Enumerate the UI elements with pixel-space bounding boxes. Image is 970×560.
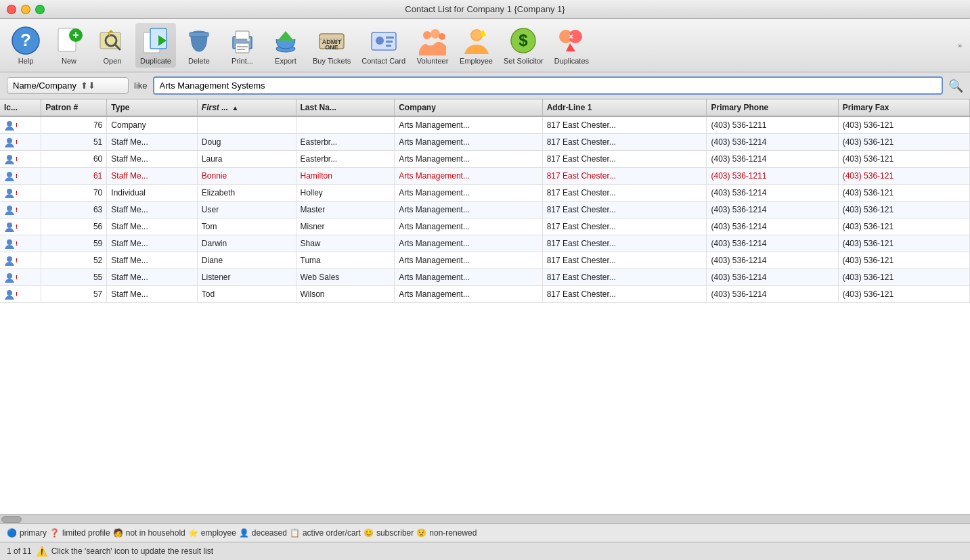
svg-text:?: ? [20, 30, 31, 50]
table-row[interactable]: ! 61 Staff Me... Bonnie Hamilton Arts Ma… [0, 168, 970, 185]
duplicates-button[interactable]: ✕ Duplicates [550, 23, 593, 68]
title-bar: Contact List for Company 1 {Company 1} [0, 0, 970, 19]
employee-label: Employee [460, 57, 493, 65]
buy-tickets-button[interactable]: ADMIT ONE Buy Tickets [309, 23, 355, 68]
table-row[interactable]: ! 51 Staff Me... Doug Easterbr... Arts M… [0, 134, 970, 151]
export-icon [271, 26, 301, 55]
legend-primary-icon: 🔵 [7, 528, 17, 538]
cell-phone: (403) 536-1214 [707, 202, 838, 218]
cell-icon: ! [0, 218, 41, 235]
table-row[interactable]: ! 59 Staff Me... Darwin Shaw Arts Manage… [0, 235, 970, 252]
cell-fax: (403) 536-121 [838, 151, 969, 168]
legend: 🔵 primary ❓ limited profile 🧑 not in hou… [0, 523, 970, 542]
svg-text:$: $ [519, 31, 529, 49]
svg-marker-9 [108, 30, 114, 32]
delete-icon [184, 26, 214, 55]
cell-patron: 76 [41, 116, 107, 134]
col-icon[interactable]: Ic... [0, 99, 41, 116]
table-row[interactable]: ! 76 Company Arts Management... 817 East… [0, 116, 970, 134]
toolbar-more-chevron[interactable]: » [958, 41, 965, 49]
print-button[interactable]: Print... [222, 23, 263, 68]
col-last[interactable]: Last Na... [296, 99, 395, 116]
svg-rect-14 [190, 32, 208, 37]
cell-first: User [197, 202, 296, 218]
set-solicitor-label: Set Solicitor [504, 57, 544, 65]
table-row[interactable]: ! 63 Staff Me... User Master Arts Manage… [0, 202, 970, 218]
cell-type: Staff Me... [107, 218, 198, 235]
cell-fax: (403) 536-121 [838, 134, 969, 151]
cell-last: Easterbr... [296, 151, 395, 168]
svg-point-48 [7, 206, 12, 211]
cell-company: Arts Management... [395, 252, 543, 269]
minimize-button[interactable] [21, 5, 30, 14]
buy-tickets-icon: ADMIT ONE [317, 26, 347, 55]
help-button[interactable]: ? Help [5, 23, 46, 68]
cell-patron: 59 [41, 235, 107, 252]
col-type[interactable]: Type [107, 99, 198, 116]
svg-point-52 [7, 273, 12, 279]
operator-label: like [134, 80, 148, 91]
cell-addr: 817 East Chester... [542, 218, 707, 235]
col-first[interactable]: First ... ▲ [197, 99, 296, 116]
set-solicitor-button[interactable]: $ Set Solicitor [500, 23, 548, 68]
legend-employee-label: employee [201, 528, 236, 538]
cell-addr: 817 East Chester... [542, 134, 707, 151]
search-input[interactable] [153, 76, 943, 95]
delete-button[interactable]: Delete [179, 23, 219, 68]
cell-patron: 56 [41, 218, 107, 235]
table-row[interactable]: ! 57 Staff Me... Tod Wilson Arts Managem… [0, 286, 970, 303]
cell-company: Arts Management... [395, 202, 543, 218]
print-label: Print... [232, 57, 253, 65]
employee-button[interactable]: Employee [456, 23, 497, 68]
svg-rect-30 [386, 41, 393, 43]
col-phone[interactable]: Primary Phone [707, 99, 838, 116]
legend-nothousehold-label: not in household [126, 528, 185, 538]
export-label: Export [275, 57, 296, 65]
search-bar: Name/Company ⬆⬇ like 🔍 [0, 72, 970, 99]
cell-patron: 57 [41, 286, 107, 303]
cell-phone: (403) 536-1214 [707, 185, 838, 202]
cell-patron: 63 [41, 202, 107, 218]
cell-phone: (403) 536-1214 [707, 252, 838, 269]
duplicate-button[interactable]: Duplicate [135, 23, 176, 68]
table-row[interactable]: ! 56 Staff Me... Tom Misner Arts Managem… [0, 218, 970, 235]
table-row[interactable]: ! 55 Staff Me... Listener Web Sales Arts… [0, 269, 970, 286]
cell-patron: 70 [41, 185, 107, 202]
table-row[interactable]: ! 60 Staff Me... Laura Easterbr... Arts … [0, 151, 970, 168]
table-row[interactable]: ! 52 Staff Me... Diane Tuma Arts Managem… [0, 252, 970, 269]
cell-fax: (403) 536-121 [838, 269, 969, 286]
col-company[interactable]: Company [395, 99, 543, 116]
search-button[interactable]: 🔍 [948, 78, 963, 93]
cell-icon: ! [0, 185, 41, 202]
col-fax[interactable]: Primary Fax [838, 99, 969, 116]
filter-field-label: Name/Company [13, 80, 76, 91]
col-patron[interactable]: Patron # [41, 99, 107, 116]
legend-nonrenewed-icon: 😟 [416, 528, 426, 538]
volunteer-button[interactable]: Volunteer [412, 23, 453, 68]
cell-first [197, 116, 296, 134]
maximize-button[interactable] [35, 5, 45, 14]
table-row[interactable]: ! 70 Individual Elizabeth Holley Arts Ma… [0, 185, 970, 202]
export-button[interactable]: Export [265, 23, 306, 68]
filter-field-dropdown[interactable]: Name/Company ⬆⬇ [7, 77, 129, 94]
svg-point-43 [7, 121, 12, 126]
svg-point-28 [376, 37, 384, 45]
legend-limited-icon: ❓ [49, 528, 60, 538]
cell-type: Staff Me... [107, 286, 198, 303]
cell-company: Arts Management... [395, 286, 543, 303]
open-button[interactable]: Open [92, 23, 133, 68]
svg-point-33 [431, 29, 440, 39]
svg-text:✕: ✕ [568, 33, 573, 41]
contact-card-button[interactable]: Contact Card [357, 23, 410, 68]
cell-company: Arts Management... [395, 185, 543, 202]
cell-addr: 817 East Chester... [542, 116, 707, 134]
new-button[interactable]: + New [49, 23, 89, 68]
cell-icon: ! [0, 134, 41, 151]
cell-last [296, 116, 395, 134]
svg-marker-22 [278, 31, 294, 41]
svg-point-47 [7, 189, 12, 194]
horizontal-scrollbar[interactable] [0, 514, 970, 523]
scrollbar-thumb[interactable] [1, 516, 22, 523]
col-addr[interactable]: Addr-Line 1 [542, 99, 707, 116]
close-button[interactable] [7, 5, 16, 14]
